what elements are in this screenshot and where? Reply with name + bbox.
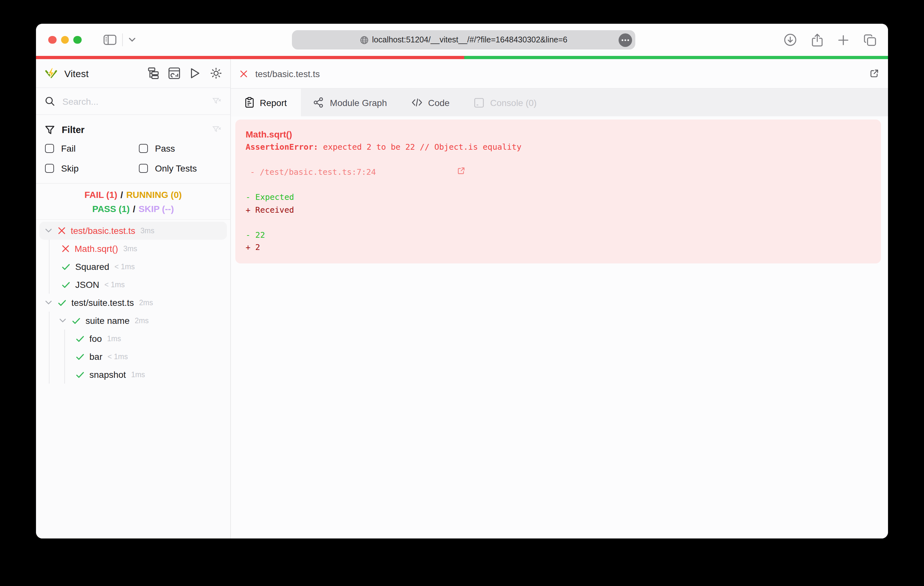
tree-item-json[interactable]: JSON < 1ms <box>36 276 230 294</box>
duration: 1ms <box>131 371 145 379</box>
search-input[interactable] <box>63 96 212 106</box>
close-window-button[interactable] <box>48 36 56 44</box>
diff-block: - Expected + Received - 22 + 2 <box>246 191 871 253</box>
report-icon <box>245 97 254 108</box>
pass-icon <box>62 281 70 288</box>
summary-line-2: PASS (1)/SKIP (--) <box>36 202 230 216</box>
dashboard-icon[interactable] <box>168 67 180 79</box>
duration: 2ms <box>139 299 153 306</box>
tree-guide-line <box>49 276 50 294</box>
close-file-icon[interactable] <box>240 70 248 77</box>
diff-received-label: + Received <box>246 203 871 216</box>
tree-item-math-sqrt[interactable]: Math.sqrt() 3ms <box>36 240 230 258</box>
tab-code[interactable]: Code <box>399 89 462 116</box>
tree-item-suite-name[interactable]: suite name 2ms <box>36 312 230 330</box>
sidebar: Vitest <box>36 59 231 538</box>
tree-item-squared[interactable]: Squared < 1ms <box>36 258 230 276</box>
filter-options: Fail Pass Skip Only Tests <box>45 138 221 178</box>
tab-module-graph[interactable]: Module Graph <box>301 89 399 116</box>
chevron-down-icon[interactable] <box>128 37 135 43</box>
pass-icon <box>58 299 66 306</box>
zoom-window-button[interactable] <box>73 36 81 44</box>
tree-view-icon[interactable] <box>148 67 159 79</box>
duration: < 1ms <box>107 353 128 360</box>
tree-guide-line <box>64 365 65 384</box>
tree-guide-line <box>49 347 50 365</box>
code-icon <box>411 98 422 107</box>
tree-guide-line <box>49 330 50 347</box>
sidebar-toggle-icon[interactable] <box>103 35 116 45</box>
diff-expected-value: - 22 <box>246 229 871 241</box>
app-title: Vitest <box>64 68 89 79</box>
tree-guide-line <box>64 330 65 347</box>
open-in-editor-icon[interactable] <box>870 69 879 78</box>
address-bar[interactable]: localhost:51204/__vitest__/#/?file=16484… <box>292 30 635 49</box>
pass-icon <box>76 353 84 360</box>
tab-overview-icon[interactable] <box>863 34 876 46</box>
tab-console[interactable]: Console (0) <box>462 89 549 116</box>
minimize-window-button[interactable] <box>61 36 69 44</box>
globe-icon <box>360 36 368 44</box>
test-progress-bar <box>36 56 888 59</box>
page-settings-icon[interactable] <box>619 33 632 46</box>
diff-expected-label: - Expected <box>246 191 871 203</box>
browser-titlebar: localhost:51204/__vitest__/#/?file=16484… <box>36 24 888 56</box>
report-content: Math.sqrt() AssertionError: expected 2 t… <box>231 116 888 538</box>
filter-option-pass[interactable]: Pass <box>139 138 221 158</box>
tree-guide-line <box>49 365 50 384</box>
run-all-icon[interactable] <box>190 67 201 79</box>
fail-icon <box>58 227 66 235</box>
external-link-icon <box>380 153 465 191</box>
search-icon <box>45 96 54 106</box>
console-icon <box>474 97 484 108</box>
filter-section: Filter Fail <box>36 115 230 184</box>
diff-blank-line <box>246 216 871 229</box>
tree-item-snapshot[interactable]: snapshot 1ms <box>36 365 230 384</box>
test-summary: FAIL (1)/RUNNING (0) PASS (1)/SKIP (--) <box>36 184 230 220</box>
pass-icon <box>62 263 70 270</box>
chevron-down-icon[interactable] <box>45 300 52 305</box>
clear-filters-icon[interactable] <box>212 125 221 134</box>
theme-toggle-icon[interactable] <box>210 67 222 79</box>
open-file-name: test/basic.test.ts <box>255 68 320 79</box>
open-file-tab[interactable]: test/basic.test.ts <box>231 59 888 88</box>
tree-item-foo[interactable]: foo 1ms <box>36 330 230 347</box>
duration: 3ms <box>123 245 137 252</box>
pass-icon <box>76 335 84 342</box>
fail-count: FAIL (1) <box>84 189 117 200</box>
url-text: localhost:51204/__vitest__/#/?file=16484… <box>372 35 567 44</box>
checkbox-only-tests[interactable] <box>139 163 148 173</box>
browser-window: localhost:51204/__vitest__/#/?file=16484… <box>36 24 888 538</box>
chevron-down-icon[interactable] <box>59 318 66 323</box>
chevron-down-icon[interactable] <box>45 228 52 233</box>
share-icon[interactable] <box>812 33 823 46</box>
stack-location-link[interactable]: - /test/basic.test.ts:7:24 <box>246 153 871 191</box>
diff-received-value: + 2 <box>246 241 871 253</box>
tree-item-basic-test-file[interactable]: test/basic.test.ts 3ms <box>39 222 227 240</box>
tree-item-bar[interactable]: bar < 1ms <box>36 347 230 365</box>
vitest-ui: Vitest <box>36 59 888 538</box>
progress-pass-segment <box>465 56 888 59</box>
summary-line-1: FAIL (1)/RUNNING (0) <box>36 188 230 202</box>
pass-icon <box>72 317 80 324</box>
tab-report[interactable]: Report <box>231 89 301 116</box>
filter-option-fail[interactable]: Fail <box>45 138 139 158</box>
filter-option-skip[interactable]: Skip <box>45 158 139 178</box>
pass-icon <box>76 371 84 378</box>
tree-guide-line <box>49 240 50 258</box>
progress-fail-segment <box>36 56 465 59</box>
downloads-icon[interactable] <box>784 33 797 46</box>
filter-title: Filter <box>62 125 212 135</box>
module-graph-icon <box>313 97 324 108</box>
duration: 2ms <box>135 317 148 324</box>
clear-search-filter-icon[interactable] <box>212 97 221 106</box>
traffic-lights <box>48 36 81 44</box>
checkbox-pass[interactable] <box>139 143 148 153</box>
filter-option-only-tests[interactable]: Only Tests <box>139 158 221 178</box>
new-tab-icon[interactable] <box>838 35 849 45</box>
checkbox-fail[interactable] <box>45 143 54 153</box>
tree-guide-line <box>49 258 50 276</box>
checkbox-skip[interactable] <box>45 163 54 173</box>
tree-item-suite-test-file[interactable]: test/suite.test.ts 2ms <box>36 294 230 312</box>
toolbar-divider <box>122 33 122 46</box>
